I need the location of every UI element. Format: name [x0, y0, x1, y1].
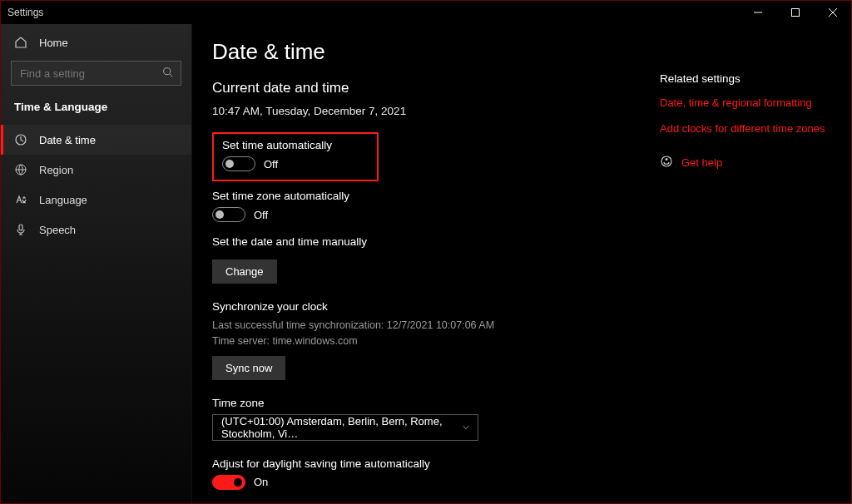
window-title: Settings [7, 7, 43, 18]
chevron-down-icon [463, 423, 469, 432]
get-help-link[interactable]: Get help [681, 156, 722, 169]
additional-cal-label: Show additional calendars in the taskbar [212, 503, 643, 504]
language-icon [14, 193, 27, 206]
search-input[interactable] [11, 61, 181, 86]
highlight-set-time-auto: Set time automatically Off [212, 132, 379, 181]
link-regional-formatting[interactable]: Date, time & regional formatting [660, 96, 838, 109]
maximize-icon [791, 8, 800, 17]
timezone-value: (UTC+01:00) Amsterdam, Berlin, Bern, Rom… [221, 415, 463, 440]
daylight-toggle[interactable] [212, 475, 245, 490]
set-time-auto-state: Off [264, 158, 278, 170]
daylight-label: Adjust for daylight saving time automati… [212, 457, 643, 470]
svg-rect-1 [791, 9, 799, 17]
home-icon [14, 36, 27, 49]
svg-rect-8 [19, 225, 22, 230]
current-datetime-value: 10:47 AM, Tuesday, December 7, 2021 [212, 105, 643, 117]
search-container [11, 61, 181, 86]
titlebar: Settings [1, 1, 851, 24]
set-time-auto-label: Set time automatically [222, 139, 369, 151]
clock-icon [14, 133, 27, 146]
link-add-clocks[interactable]: Add clocks for different time zones [660, 122, 838, 135]
sidebar: Home Time & Language Date & time Region [1, 24, 192, 503]
sidebar-item-language[interactable]: Language [1, 185, 191, 215]
manual-datetime-label: Set the date and time manually [212, 235, 643, 248]
set-time-auto-toggle[interactable] [222, 156, 255, 171]
svg-point-10 [666, 158, 668, 161]
sidebar-item-date-time[interactable]: Date & time [1, 125, 191, 155]
sync-last-success: Last successful time synchronization: 12… [212, 318, 643, 334]
daylight-state: On [254, 476, 268, 488]
timezone-dropdown[interactable]: (UTC+01:00) Amsterdam, Berlin, Bern, Rom… [212, 414, 478, 441]
sync-heading: Synchronize your clock [212, 300, 643, 313]
sidebar-item-label: Language [39, 194, 87, 206]
current-datetime-heading: Current date and time [212, 80, 643, 96]
minimize-button[interactable] [739, 1, 776, 24]
sync-now-button[interactable]: Sync now [212, 356, 285, 380]
set-tz-auto-label: Set time zone automatically [212, 190, 643, 202]
close-button[interactable] [814, 1, 851, 24]
main-area: Date & time Current date and time 10:47 … [192, 24, 851, 503]
help-icon [660, 155, 673, 170]
sidebar-item-speech[interactable]: Speech [1, 215, 191, 245]
set-tz-auto-state: Off [254, 209, 268, 221]
content-column: Date & time Current date and time 10:47 … [212, 39, 660, 503]
related-settings-aside: Related settings Date, time & regional f… [660, 39, 851, 503]
minimize-icon [754, 8, 762, 17]
sidebar-item-label: Region [39, 164, 73, 176]
sidebar-item-label: Date & time [39, 134, 96, 146]
timezone-label: Time zone [212, 397, 643, 409]
sync-time-server: Time server: time.windows.com [212, 334, 643, 349]
search-icon [162, 67, 173, 80]
svg-point-9 [661, 156, 671, 166]
set-tz-auto-toggle[interactable] [212, 207, 245, 222]
sidebar-section-title: Time & Language [1, 92, 191, 125]
sidebar-item-label: Speech [39, 224, 76, 236]
home-button[interactable]: Home [1, 29, 191, 56]
page-title: Date & time [212, 39, 643, 65]
microphone-icon [14, 223, 27, 236]
svg-point-4 [164, 68, 171, 75]
window-controls [739, 1, 851, 24]
close-icon [829, 8, 837, 17]
globe-icon [14, 163, 27, 176]
settings-window: Settings Home [0, 0, 852, 504]
sidebar-item-region[interactable]: Region [1, 155, 191, 185]
change-datetime-button[interactable]: Change [212, 259, 277, 284]
home-label: Home [39, 37, 68, 49]
maximize-button[interactable] [776, 1, 814, 24]
related-settings-heading: Related settings [660, 72, 838, 85]
svg-line-5 [170, 74, 172, 77]
